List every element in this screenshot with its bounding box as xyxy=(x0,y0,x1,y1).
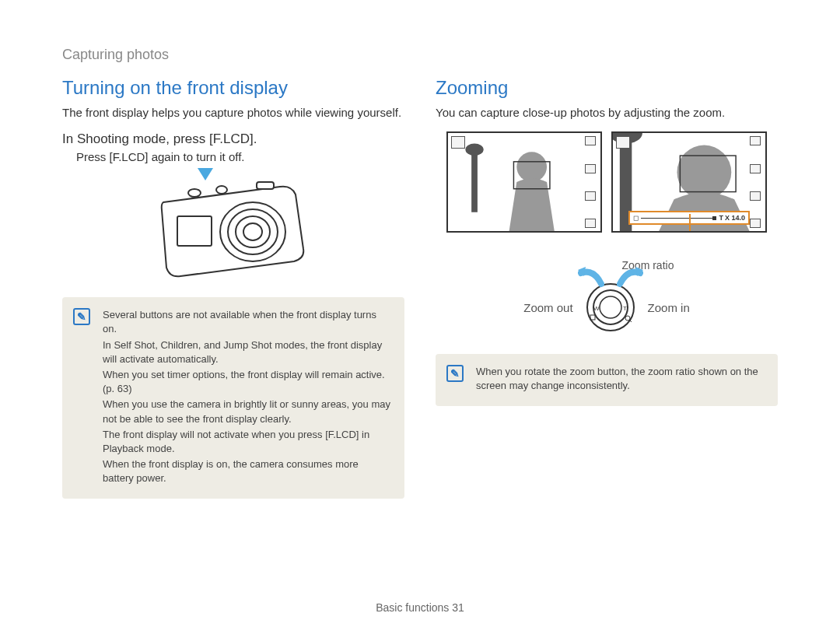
note-item: In Self Shot, Children, and Jump Shot mo… xyxy=(103,338,392,366)
battery-icon xyxy=(585,136,596,145)
arrow-rotate-right-icon xyxy=(617,265,643,289)
zoom-in-label: Zoom in xyxy=(648,301,690,314)
intro-zooming: You can capture close-up photos by adjus… xyxy=(436,105,778,121)
right-column: Zooming You can capture close-up photos … xyxy=(436,77,778,499)
svg-point-5 xyxy=(188,189,201,197)
note-icon: ✎ xyxy=(446,365,464,382)
note-box-zoom: ✎ When you rotate the zoom button, the z… xyxy=(436,354,778,405)
heading-front-display: Turning on the front display xyxy=(62,77,404,99)
arrow-down-icon xyxy=(198,168,213,180)
note-item: The front display will not activate when… xyxy=(103,428,392,456)
note-item: When you rotate the zoom button, the zoo… xyxy=(476,365,765,393)
zoom-pointer-line xyxy=(689,214,691,233)
svg-point-18 xyxy=(600,296,621,318)
note-item: When the front display is on, the camera… xyxy=(103,457,392,485)
svg-rect-8 xyxy=(471,152,478,212)
heading-zooming: Zooming xyxy=(436,77,778,99)
screenshot-zoom-wide xyxy=(446,131,602,233)
breadcrumb: Capturing photos xyxy=(62,47,778,63)
instruction-shooting-mode: In Shooting mode, press [F.LCD]. xyxy=(62,131,404,147)
screenshot-zoom-tele: ◻ T X 14.0 xyxy=(611,131,767,233)
note-box-front-display: ✎ Several buttons are not available when… xyxy=(62,297,404,498)
svg-point-10 xyxy=(516,152,547,182)
svg-rect-4 xyxy=(177,216,212,246)
size-icon xyxy=(585,164,596,173)
zoom-dial-illustration: W T xyxy=(583,279,639,335)
mode-icon xyxy=(616,136,630,149)
expand-icon xyxy=(585,219,596,228)
svg-rect-7 xyxy=(257,182,274,189)
camera-svg xyxy=(148,171,319,280)
note-item: When you use the camera in brightly lit … xyxy=(103,398,392,426)
mode-icon xyxy=(451,136,465,149)
dial-w-label: W xyxy=(593,305,600,312)
left-column: Turning on the front display The front d… xyxy=(62,77,404,499)
svg-point-6 xyxy=(216,186,227,194)
battery-icon xyxy=(750,136,761,145)
note-item: When you set timer options, the front di… xyxy=(103,368,392,396)
zoom-out-label: Zoom out xyxy=(523,301,572,314)
note-icon: ✎ xyxy=(73,308,90,325)
note-item: Several buttons are not available when t… xyxy=(103,308,392,336)
flash-icon xyxy=(585,191,596,201)
intro-front-display: The front display helps you capture phot… xyxy=(62,105,404,121)
zoom-ratio-label: Zoom ratio xyxy=(518,259,778,271)
svg-point-14 xyxy=(677,145,731,200)
size-icon xyxy=(750,164,761,173)
expand-icon xyxy=(750,219,761,228)
camera-illustration xyxy=(62,171,404,283)
svg-point-9 xyxy=(465,144,483,156)
dial-t-label: T xyxy=(623,305,627,312)
instruction-press-again: Press [F.LCD] again to turn it off. xyxy=(76,150,404,163)
svg-point-3 xyxy=(243,223,262,240)
arrow-rotate-left-icon xyxy=(578,265,604,289)
page-footer: Basic functions 31 xyxy=(0,601,840,614)
flash-icon xyxy=(750,191,761,201)
